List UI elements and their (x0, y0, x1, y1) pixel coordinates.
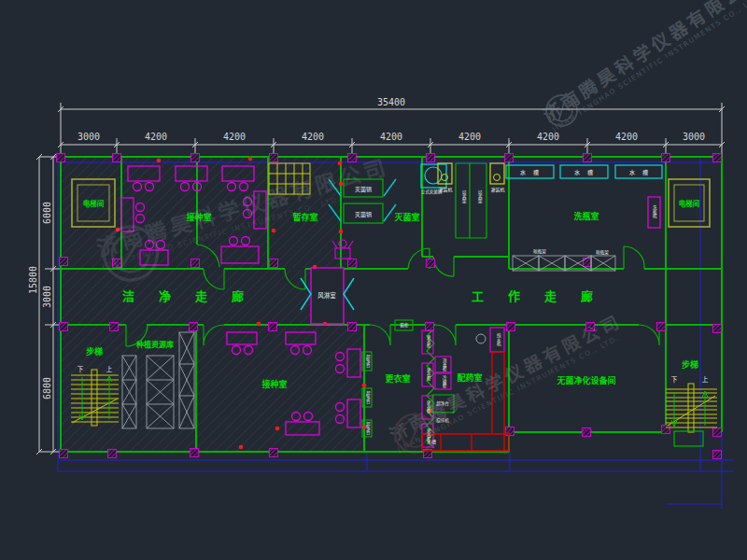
dim-top-seg-3: 4200 (223, 132, 246, 142)
room-seed-resource-bank: 种植资源库 (136, 339, 174, 349)
dim-top-seg-2: 4200 (145, 132, 167, 142)
label-clean-bench-3: 超净台 (365, 422, 370, 435)
dim-left-seg-3: 6800 (42, 377, 52, 399)
label-wardrobe-1: 更衣柜 (426, 335, 430, 348)
label-drying-rack-1: 晾瓶架 (533, 248, 546, 254)
dim-top-seg-5: 4200 (380, 132, 402, 142)
room-elevator-right: 电梯间 (679, 198, 700, 208)
label-sink-2: 水槽 (567, 168, 600, 176)
stair-left-down: 下 (78, 364, 84, 373)
room-stairs-right: 步梯 (682, 358, 698, 371)
room-elevator-left: 电梯间 (83, 198, 105, 208)
label-wardrobe-4: 更衣柜 (426, 428, 430, 441)
label-clean-bench-2: 超净台 (365, 391, 370, 404)
label-wardrobe-2: 更衣柜 (426, 368, 430, 381)
room-air-shower: 风淋室 (317, 290, 336, 300)
label-pure-water: 纯水机 (496, 333, 500, 346)
label-culture-rack-2: 培养架 (477, 190, 482, 203)
room-bottle-washing: 洗瓶室 (573, 210, 599, 222)
room-temp-storage: 暂存室 (292, 211, 317, 223)
dim-top-seg-6: 4200 (458, 132, 481, 142)
dim-top-seg-8: 4200 (615, 132, 638, 142)
room-stairs-left: 步梯 (86, 345, 103, 357)
label-filling-machine-2: 灌装机 (490, 186, 504, 192)
room-clean-corridor: 洁净走廊 (98, 287, 268, 304)
label-culture-rack-1: 培养架 (461, 190, 466, 203)
label-sterilizer-pot-1: 灭菌锅 (355, 185, 372, 193)
label-filling-machine-1: 灌装机 (438, 186, 452, 192)
dim-left-seg-2: 3000 (42, 286, 52, 308)
room-sterile-equipment: 无菌净化设备间 (557, 374, 615, 386)
label-shoe-cabinet: 鞋柜 (401, 322, 409, 328)
floor-plan-canvas: 35400 3000 4200 4200 4200 4200 4200 4200… (0, 0, 747, 560)
label-drying-rack-2: 晾瓶架 (596, 249, 609, 255)
room-dispensing: 配药室 (457, 371, 482, 384)
label-sink-1: 水槽 (513, 168, 546, 176)
label-wardrobe-3: 更衣柜 (426, 400, 430, 413)
dim-left-seg-1: 6000 (42, 202, 52, 224)
dim-top-seg-9: 3000 (683, 132, 705, 142)
dim-top-seg-7: 4200 (537, 132, 559, 142)
dim-overall-height: 15800 (28, 266, 38, 294)
stair-left-up: 上 (106, 364, 113, 373)
stair-right-up: 上 (702, 374, 709, 384)
label-disinfection-cabinet: 消毒柜 (442, 358, 446, 371)
label-mixer: 搅拌机 (436, 417, 449, 423)
room-sterilization: 灭菌室 (394, 211, 419, 223)
floor-hatching (62, 158, 363, 451)
dim-top-seg-1: 3000 (78, 132, 100, 142)
dim-top-seg-4: 4200 (302, 132, 324, 142)
label-bottle-washer: 洗瓶机 (652, 205, 656, 218)
label-clean-bench-1: 超净台 (365, 355, 370, 368)
stair-right-down: 下 (671, 374, 678, 384)
room-changing: 更衣室 (385, 372, 410, 385)
plan-drawing (0, 0, 747, 560)
label-refrigerator: 冷藏柜 (442, 375, 446, 388)
room-inoculation-bottom: 接种室 (261, 378, 287, 390)
staircase-right (666, 384, 717, 446)
room-work-corridor: 工作走廊 (447, 287, 617, 304)
room-inoculation-top: 接种室 (186, 211, 211, 223)
label-clean-bench-4: 超净台 (436, 400, 449, 406)
label-sterilizer-pot-2: 灭菌锅 (355, 210, 372, 218)
label-sink-3: 水槽 (622, 168, 655, 176)
dim-overall-width: 35400 (377, 97, 405, 107)
